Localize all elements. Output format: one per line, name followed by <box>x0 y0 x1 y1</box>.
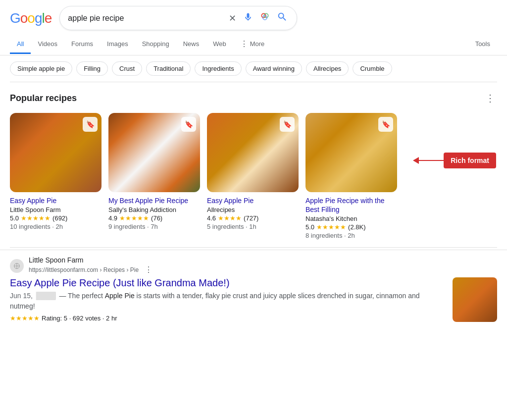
recipe-cards: 🔖 Easy Apple Pie Little Spoon Farm 5.0 ★… <box>10 113 497 239</box>
result-content: Easy Apple Pie Recipe (Just like Grandma… <box>10 277 445 322</box>
result-rating: ★★★★★ Rating: 5 · 692 votes · 2 hr <box>10 315 445 322</box>
rich-format-annotation: Rich format <box>413 153 496 168</box>
result-thumbnail-image <box>453 277 497 322</box>
tab-web[interactable]: Web <box>206 35 233 54</box>
result-title[interactable]: Easy Apple Pie Recipe (Just like Grandma… <box>10 277 445 289</box>
chip-crumble[interactable]: Crumble <box>353 61 392 76</box>
search-result: Little Spoon Farm https://littlespoonfar… <box>0 250 507 330</box>
chip-allrecipes[interactable]: Allrecipes <box>306 61 349 76</box>
search-input[interactable]: apple pie recipe <box>68 14 223 23</box>
stars-2: ★★★★★ <box>119 214 149 222</box>
recipe-card-3-title[interactable]: Easy Apple Pie <box>207 196 299 205</box>
nav-tabs: All Videos Forums Images Shopping News W… <box>0 34 507 55</box>
recipe-card-3-meta: 5 ingredients · 1h <box>207 223 299 230</box>
tab-news[interactable]: News <box>176 35 206 54</box>
recipe-card-2-image: 🔖 <box>108 113 200 192</box>
recipe-card-2-rating: 4.9 ★★★★★ (76) <box>108 214 200 222</box>
recipe-card-4[interactable]: 🔖 Apple Pie Recipe with the Best Filling… <box>305 113 397 239</box>
recipe-card-1-rating: 5.0 ★★★★★ (692) <box>10 214 101 222</box>
recipe-card-1-image: 🔖 <box>10 113 101 192</box>
result-source: Little Spoon Farm https://littlespoonfar… <box>10 256 497 275</box>
result-row: Easy Apple Pie Recipe (Just like Grandma… <box>10 277 497 322</box>
tab-tools[interactable]: Tools <box>468 35 497 54</box>
arrow-head-left <box>413 157 419 164</box>
result-rating-text: Rating: 5 · 692 votes · 2 hr <box>42 315 117 322</box>
logo-e: e <box>45 10 52 26</box>
recipe-card-3-image: 🔖 <box>207 113 299 192</box>
chip-crust[interactable]: Crust <box>112 61 142 76</box>
recipe-card-2-title[interactable]: My Best Apple Pie Recipe <box>108 196 200 205</box>
recipe-card-3-source: Allrecipes <box>207 206 299 213</box>
popular-recipes-section: Popular recipes ⋮ 🔖 Easy Apple Pie Littl… <box>0 82 507 247</box>
section-title: Popular recipes <box>10 93 77 104</box>
filter-chips: Simple apple pie Filling Crust Tradition… <box>0 55 507 82</box>
recipe-card-4-image: 🔖 <box>305 113 397 192</box>
rating-value-4: 5.0 <box>305 223 314 231</box>
review-count-2: (76) <box>151 214 162 222</box>
recipe-card-2-meta: 9 ingredients · 7h <box>108 223 200 230</box>
search-icons: ✕ <box>228 10 289 26</box>
rating-value-3: 4.6 <box>207 214 216 222</box>
snippet-prefix: — The perfect <box>59 292 104 300</box>
recipe-card-4-meta: 8 ingredients · 2h <box>305 232 397 239</box>
tab-all[interactable]: All <box>10 35 31 54</box>
tab-forums[interactable]: Forums <box>64 35 100 54</box>
search-button[interactable] <box>276 10 289 26</box>
lens-search-button[interactable] <box>259 11 271 25</box>
rich-format-container: 🔖 Apple Pie Recipe with the Best Filling… <box>305 113 397 239</box>
recipe-card-2-source: Sally's Baking Addiction <box>108 206 200 213</box>
google-logo: Google <box>10 10 51 26</box>
header: Google apple pie recipe ✕ <box>0 0 507 34</box>
chip-filling[interactable]: Filling <box>76 61 108 76</box>
snippet-highlight: Apple Pie <box>105 292 135 300</box>
stars-4: ★★★★★ <box>316 223 346 231</box>
recipe-card-1[interactable]: 🔖 Easy Apple Pie Little Spoon Farm 5.0 ★… <box>10 113 101 239</box>
recipe-card-4-title[interactable]: Apple Pie Recipe with the Best Filling <box>305 196 397 214</box>
tab-shopping[interactable]: Shopping <box>135 35 176 54</box>
chip-award-winning[interactable]: Award winning <box>246 61 302 76</box>
bookmark-button-4[interactable]: 🔖 <box>378 117 393 132</box>
result-thumbnail[interactable] <box>453 277 497 322</box>
recipe-card-1-source: Little Spoon Farm <box>10 206 101 213</box>
divider-2 <box>10 247 497 248</box>
bookmark-button-3[interactable]: 🔖 <box>280 117 295 132</box>
rich-format-label: Rich format <box>444 153 496 168</box>
tab-videos[interactable]: Videos <box>31 35 64 54</box>
recipe-card-2[interactable]: 🔖 My Best Apple Pie Recipe Sally's Bakin… <box>108 113 200 239</box>
rating-value-2: 4.9 <box>108 214 117 222</box>
rating-value-1: 5.0 <box>10 214 19 222</box>
recipe-card-1-title[interactable]: Easy Apple Pie <box>10 196 101 205</box>
section-header: Popular recipes ⋮ <box>10 90 497 106</box>
review-count-3: (727) <box>244 214 258 222</box>
stars-3: ★★★★ <box>218 214 242 222</box>
recipe-card-3[interactable]: 🔖 Easy Apple Pie Allrecipes 4.6 ★★★★ (72… <box>207 113 299 239</box>
stars-1: ★★★★★ <box>21 214 51 222</box>
result-stars: ★★★★★ <box>10 315 40 322</box>
recipe-card-3-rating: 4.6 ★★★★ (727) <box>207 214 299 222</box>
logo-g2: g <box>35 10 42 26</box>
tab-more[interactable]: ⋮ More <box>233 34 272 55</box>
bookmark-button-2[interactable]: 🔖 <box>181 117 196 132</box>
logo-o2: o <box>27 10 35 26</box>
tab-images[interactable]: Images <box>100 35 135 54</box>
chip-simple-apple-pie[interactable]: Simple apple pie <box>10 61 72 76</box>
chip-traditional[interactable]: Traditional <box>146 61 191 76</box>
source-info: Little Spoon Farm https://littlespoonfar… <box>29 256 154 275</box>
recipe-card-1-meta: 10 ingredients · 2h <box>10 223 101 230</box>
result-redacted: ████ <box>36 292 56 300</box>
chip-ingredients[interactable]: Ingredients <box>195 61 241 76</box>
bookmark-button-1[interactable]: 🔖 <box>83 117 98 132</box>
source-favicon <box>10 259 24 273</box>
source-name: Little Spoon Farm <box>29 256 154 264</box>
voice-search-button[interactable] <box>242 11 254 25</box>
search-bar[interactable]: apple pie recipe ✕ <box>59 6 297 30</box>
result-more-options-button[interactable]: ⋮ <box>143 264 154 275</box>
clear-search-button[interactable]: ✕ <box>228 12 237 25</box>
logo-o1: o <box>20 10 28 26</box>
review-count-4: (2.8K) <box>348 223 365 231</box>
recipe-card-4-source: Natasha's Kitchen <box>305 215 397 222</box>
source-url: https://littlespoonfarm.com › Recipes › … <box>29 266 139 273</box>
section-more-options-button[interactable]: ⋮ <box>483 90 497 106</box>
logo-g1: G <box>10 10 20 26</box>
result-date: Jun 15, <box>10 292 33 300</box>
